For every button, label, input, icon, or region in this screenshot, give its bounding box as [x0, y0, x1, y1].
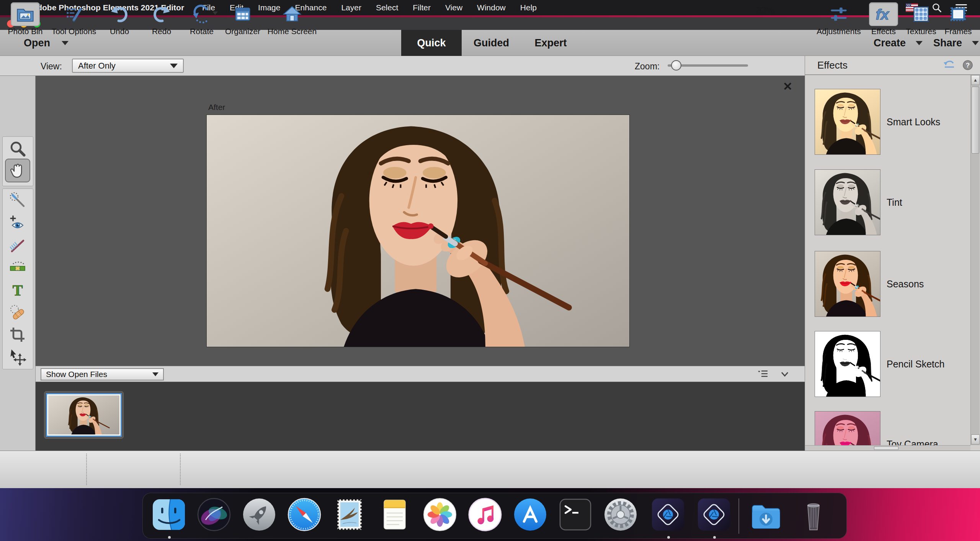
tab-expert[interactable]: Expert: [521, 30, 580, 56]
hand-tool[interactable]: [8, 161, 27, 180]
spot-healing-brush-tool[interactable]: [8, 303, 27, 322]
dock-terminal[interactable]: [557, 496, 594, 533]
running-indicator: [168, 536, 171, 539]
dock-photoshop-elements[interactable]: [650, 496, 686, 533]
red-eye-removal-tool[interactable]: [8, 214, 27, 232]
crop-tool[interactable]: [8, 326, 27, 344]
frames-button[interactable]: Frames: [937, 2, 979, 36]
photo-bin-button[interactable]: Photo Bin: [1, 2, 50, 36]
help-icon[interactable]: ?: [962, 59, 973, 71]
effects-list: Smart Looks Tint Seasons Pencil Sketch T…: [805, 75, 971, 445]
scroll-down-arrow[interactable]: ▼: [971, 434, 980, 444]
fx-icon: fx: [874, 4, 893, 24]
dock-mail[interactable]: [331, 496, 368, 533]
svg-text:?: ?: [966, 62, 970, 69]
dock-launchpad[interactable]: [241, 496, 278, 533]
screen: Adobe Photoshop Elements 2021 Editor Fil…: [0, 0, 980, 541]
dock-safari[interactable]: [286, 496, 323, 533]
dock-app-store[interactable]: [512, 496, 549, 533]
close-image-icon[interactable]: ✕: [783, 80, 792, 93]
open-photo[interactable]: [206, 115, 630, 347]
undo-button-label: Undo: [96, 27, 142, 36]
effect-tint-thumbnail[interactable]: [815, 169, 880, 235]
effect-label: Toy Camera: [887, 439, 938, 446]
tab-guided[interactable]: Guided: [462, 30, 521, 56]
photo-bin-button-label: Photo Bin: [1, 27, 50, 36]
menu-help[interactable]: Help: [513, 3, 544, 12]
create-button-label: Create: [874, 37, 906, 49]
show-open-files-dropdown[interactable]: Show Open Files: [41, 368, 164, 380]
chevron-down-icon: [916, 41, 923, 45]
tab-quick[interactable]: Quick: [401, 30, 462, 56]
tool-options-button-label: Tool Options: [45, 27, 103, 36]
collapse-chevron-icon[interactable]: [780, 369, 789, 379]
home-screen-button[interactable]: Home Screen: [263, 2, 321, 36]
type-tool[interactable]: T: [8, 281, 27, 299]
dock-system-preferences[interactable]: [602, 496, 639, 533]
straighten-tool[interactable]: [8, 259, 27, 277]
running-indicator: [667, 536, 670, 539]
menu-filter[interactable]: Filter: [405, 3, 438, 12]
reset-icon[interactable]: [943, 59, 956, 71]
photo-bin-thumbnail[interactable]: [46, 393, 122, 437]
zoom-slider-thumb[interactable]: [671, 60, 681, 70]
scrollbar-thumb[interactable]: [874, 446, 898, 450]
effect-toy-camera[interactable]: Toy Camera: [815, 411, 938, 445]
effects-vertical-scrollbar[interactable]: ▲ ▼: [970, 75, 980, 445]
zoom-tool[interactable]: [8, 139, 27, 158]
effect-toy-camera-thumbnail[interactable]: [815, 411, 880, 445]
effect-pencil-sketch[interactable]: Pencil Sketch: [815, 331, 944, 397]
menu-select[interactable]: Select: [369, 3, 405, 12]
rotate-dropdown-arrow[interactable]: [212, 11, 218, 15]
chevron-down-icon: [62, 41, 69, 45]
effect-label: Pencil Sketch: [887, 359, 944, 370]
dock-siri[interactable]: [196, 496, 232, 533]
whiten-teeth-tool[interactable]: [8, 236, 27, 255]
dock-photos[interactable]: [421, 496, 458, 533]
dock-notes[interactable]: [376, 496, 413, 533]
list-options-icon[interactable]: [757, 369, 769, 379]
undo-button[interactable]: Undo: [96, 2, 142, 36]
organizer-icon: [233, 4, 253, 24]
redo-button-label: Redo: [139, 27, 185, 36]
dock-music[interactable]: [467, 496, 503, 533]
chevron-down-icon: [972, 41, 979, 45]
menu-layer[interactable]: Layer: [334, 3, 369, 12]
effects-panel-header: Effects ?: [805, 56, 980, 75]
effect-seasons-thumbnail[interactable]: [815, 251, 880, 317]
quick-selection-tool[interactable]: [8, 191, 27, 209]
home-screen-button-label: Home Screen: [263, 27, 321, 36]
toolbar-separator: [180, 454, 181, 485]
scroll-up-arrow[interactable]: ▲: [971, 75, 980, 85]
zoom-label: Zoom:: [635, 61, 660, 72]
redo-button[interactable]: Redo: [139, 2, 185, 36]
menu-window[interactable]: Window: [470, 3, 513, 12]
scrollbar-thumb[interactable]: [972, 87, 979, 154]
effect-pencil-sketch-thumbnail[interactable]: [815, 331, 880, 397]
tool-options-icon: [64, 4, 84, 24]
view-mode-dropdown[interactable]: After Only: [72, 59, 184, 73]
view-label: View:: [41, 61, 62, 72]
show-open-files-label: Show Open Files: [46, 370, 107, 379]
dock-finder[interactable]: [150, 496, 187, 533]
organizer-button[interactable]: Organizer: [217, 2, 268, 36]
effect-tint[interactable]: Tint: [815, 169, 902, 235]
dock-trash[interactable]: [795, 496, 832, 533]
effect-smart-looks[interactable]: Smart Looks: [815, 89, 940, 155]
svg-text:fx: fx: [875, 6, 889, 23]
effect-seasons[interactable]: Seasons: [815, 251, 924, 317]
dock-photoshop-elements-organizer[interactable]: [696, 496, 732, 533]
effects-panel-title: Effects: [817, 59, 848, 71]
menu-view[interactable]: View: [438, 3, 470, 12]
dock-downloads-folder[interactable]: [748, 496, 784, 533]
effects-horizontal-scrollbar[interactable]: [805, 445, 970, 451]
chevron-down-icon: [152, 372, 158, 376]
move-tool[interactable]: [8, 348, 27, 366]
adjustments-button[interactable]: Adjustments: [811, 2, 867, 36]
chevron-down-icon: [170, 64, 178, 68]
tool-options-button[interactable]: Tool Options: [45, 2, 103, 36]
effects-panel: Effects ? Smart Looks Tint Seasons Penci…: [805, 56, 980, 451]
tab-guided-label: Guided: [474, 37, 509, 49]
effect-smart-looks-thumbnail[interactable]: [815, 89, 880, 155]
photo-bin: [36, 382, 805, 451]
